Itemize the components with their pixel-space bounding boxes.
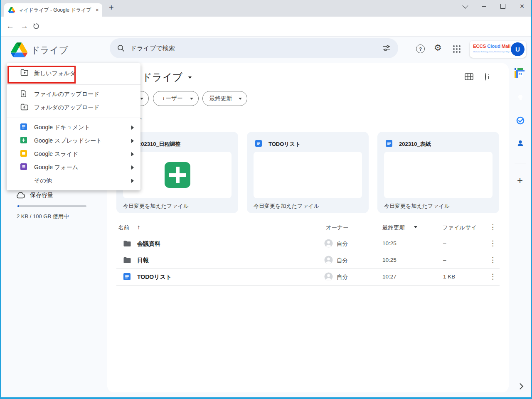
info-icon[interactable]: [485, 73, 486, 81]
browser-tab[interactable]: マイドライブ - Google ドライブ ×: [4, 3, 102, 17]
new-folder-icon: [20, 69, 28, 78]
row-menu-icon[interactable]: ⋮: [489, 272, 496, 281]
window-border-bottom: [0, 397, 532, 399]
folder-icon: [123, 257, 131, 265]
row-menu-icon[interactable]: ⋮: [489, 256, 496, 264]
card-thumbnail: [254, 152, 362, 198]
storage-progress-fill: [17, 205, 19, 207]
menu-item-folder-upload[interactable]: フォルダのアップロード: [7, 101, 140, 114]
forward-icon[interactable]: →: [20, 22, 28, 31]
docs-file-icon: [255, 140, 262, 148]
reload-icon[interactable]: [32, 22, 40, 32]
storage-label[interactable]: 保存容量: [30, 192, 53, 199]
search-placeholder: ドライブで検索: [131, 44, 382, 52]
menu-item-google-docs[interactable]: Google ドキュメント: [7, 121, 140, 134]
eccs-subtitle: Information Technology Center, The Unive…: [473, 51, 510, 53]
sheets-product-icon: [20, 137, 27, 145]
search-icon: [117, 44, 125, 52]
help-icon[interactable]: ?: [416, 44, 425, 53]
side-panel-divider: [515, 163, 526, 163]
suggested-card-3[interactable]: 202310_表紙 今日変更を加えたファイル: [377, 132, 499, 213]
column-header-modified[interactable]: 最終更新: [382, 224, 405, 232]
maximize-button[interactable]: [495, 0, 511, 12]
owner-avatar: [324, 256, 333, 266]
column-header-size[interactable]: ファイルサイ: [442, 224, 477, 232]
drive-search-bar[interactable]: ドライブで検索: [110, 38, 398, 58]
docs-product-icon: [20, 123, 27, 132]
slides-product-icon: [20, 150, 27, 158]
drive-account-avatar[interactable]: U: [511, 42, 525, 56]
cloud-storage-icon: [16, 192, 25, 200]
column-header-owner[interactable]: オーナー: [326, 224, 349, 232]
new-tab-button[interactable]: +: [109, 3, 114, 12]
window-close-button[interactable]: ×: [514, 0, 530, 12]
table-options-icon[interactable]: ⋮: [489, 223, 496, 232]
row-menu-icon[interactable]: ⋮: [489, 239, 496, 248]
tab-search-icon[interactable]: [456, 0, 473, 12]
minimize-button[interactable]: [475, 0, 492, 12]
new-menu: 新しいフォルダ ファイルのアップロード フォルダのアップロード Google ド…: [7, 63, 140, 190]
get-addons-icon[interactable]: +: [517, 175, 523, 186]
storage-usage-text: 2 KB / 100 GB 使用中: [17, 213, 69, 220]
menu-item-more[interactable]: その他: [7, 174, 140, 187]
drive-logo: [11, 42, 27, 59]
submenu-arrow-icon: [131, 139, 134, 143]
submenu-arrow-icon: [131, 179, 134, 183]
docs-file-icon: [386, 140, 392, 148]
folder-icon: [123, 240, 131, 249]
submenu-arrow-icon: [131, 152, 134, 156]
menu-item-google-forms[interactable]: Google フォーム: [7, 161, 140, 174]
submenu-arrow-icon: [131, 165, 134, 170]
submenu-arrow-icon: [131, 126, 134, 130]
browser-window: マイドライブ - Google ドライブ × + × ← → drive.goo…: [0, 0, 532, 399]
window-border-left: [0, 0, 1, 399]
folder-upload-icon: [20, 103, 28, 112]
hide-side-panel-icon[interactable]: [517, 383, 524, 390]
eccs-logo-text: ECCS Cloud Mail: [473, 44, 510, 49]
owner-avatar: [324, 239, 333, 249]
owner-avatar: [324, 272, 333, 283]
settings-gear-icon[interactable]: ⚙: [434, 43, 442, 53]
browser-titlebar: マイドライブ - Google ドライブ × + ×: [0, 0, 532, 17]
column-header-name[interactable]: 名前: [118, 224, 129, 232]
storage-progress-bar: [17, 205, 86, 207]
card-thumbnail: [384, 152, 493, 198]
docs-file-icon: [123, 273, 131, 282]
menu-item-google-sheets[interactable]: Google スプレッドシート: [7, 134, 140, 148]
suggested-card-2[interactable]: TODOリスト 今日変更を加えたファイル: [247, 132, 369, 213]
drive-favicon: [8, 7, 15, 13]
menu-item-new-folder[interactable]: 新しいフォルダ: [7, 66, 140, 81]
apps-grid-icon[interactable]: [453, 45, 455, 47]
menu-item-google-slides[interactable]: Google スライド: [7, 148, 140, 161]
tab-close-icon[interactable]: ×: [96, 7, 99, 13]
drive-wordmark: ドライブ: [31, 44, 68, 57]
sort-ascending-icon: ↑: [137, 223, 140, 230]
filter-chip-modified[interactable]: 最終更新: [202, 91, 247, 106]
sheets-logo: [165, 162, 190, 188]
eccs-account-badge[interactable]: ECCS Cloud Mail Information Technology C…: [470, 41, 526, 58]
contacts-icon[interactable]: [516, 139, 525, 149]
search-options-icon[interactable]: [382, 44, 391, 52]
forms-product-icon: [20, 163, 27, 172]
tab-title: マイドライブ - Google ドライブ: [18, 7, 93, 14]
tasks-icon[interactable]: [516, 116, 525, 127]
browser-toolbar: ← → drive.google.com/drive/my-drive ☆ U …: [0, 17, 532, 37]
drive-header: ドライブ ドライブで検索 ? ⚙: [0, 37, 532, 63]
menu-item-file-upload[interactable]: ファイルのアップロード: [7, 88, 140, 101]
list-grid-toggle-icon[interactable]: [465, 73, 473, 82]
file-upload-icon: [20, 90, 27, 99]
sort-descending-icon: [414, 226, 417, 228]
back-icon[interactable]: ←: [6, 22, 14, 31]
filter-chip-user[interactable]: ユーザー: [153, 91, 199, 106]
